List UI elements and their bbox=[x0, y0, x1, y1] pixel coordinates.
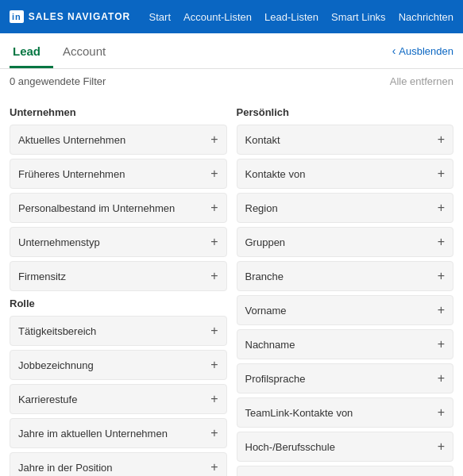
filter-item-label: Karrierestufe bbox=[18, 393, 77, 405]
filter-item[interactable]: Nachname+ bbox=[237, 329, 454, 359]
plus-icon: + bbox=[210, 358, 218, 372]
filter-item[interactable]: Tätigkeitsbereich+ bbox=[10, 316, 227, 346]
nav-link-lead-listen[interactable]: Lead-Listen bbox=[264, 11, 318, 23]
filter-item-label: TeamLink-Kontakte von bbox=[245, 407, 353, 419]
filter-item-label: Tätigkeitsbereich bbox=[18, 325, 96, 337]
nav-link-start[interactable]: Start bbox=[149, 11, 171, 23]
plus-icon: + bbox=[210, 269, 218, 283]
plus-icon: + bbox=[210, 460, 218, 474]
brand-name: SALES NAVIGATOR bbox=[29, 11, 130, 22]
plus-icon: + bbox=[210, 235, 218, 249]
filter-item-label: Früheres Unternehmen bbox=[18, 168, 125, 180]
plus-icon: + bbox=[438, 269, 445, 283]
section-title-unternehmen: Unternehmen bbox=[10, 106, 227, 118]
plus-icon: + bbox=[210, 324, 218, 338]
filter-item[interactable]: Karrierestufe+ bbox=[10, 384, 227, 414]
filter-item[interactable]: Kontakte von+ bbox=[237, 159, 454, 189]
filter-item[interactable]: Unternehmenstyp+ bbox=[10, 227, 227, 257]
nav-links: StartAccount-ListenLead-ListenSmart Link… bbox=[149, 11, 453, 23]
filter-item[interactable]: Berufserfahrung+ bbox=[237, 466, 454, 476]
plus-icon: + bbox=[210, 392, 218, 406]
plus-icon: + bbox=[210, 426, 218, 440]
filter-item-label: Jahre im aktuellen Unternehmen bbox=[18, 428, 168, 440]
filter-item[interactable]: Aktuelles Unternehmen+ bbox=[10, 125, 227, 155]
filter-item[interactable]: Früheres Unternehmen+ bbox=[10, 159, 227, 189]
plus-icon: + bbox=[210, 132, 218, 147]
linkedin-logo: in bbox=[10, 10, 24, 23]
plus-icon: + bbox=[438, 167, 445, 181]
clear-all-button[interactable]: Alle entfernen bbox=[390, 75, 453, 87]
filter-item-label: Personalbestand im Unternehmen bbox=[18, 202, 175, 214]
plus-icon: + bbox=[438, 440, 445, 454]
filter-item-label: Hoch-/Berufsschule bbox=[245, 441, 335, 453]
left-column: UnternehmenAktuelles Unternehmen+Frühere… bbox=[10, 100, 237, 476]
plus-icon: + bbox=[438, 201, 445, 215]
section-title-rolle: Rolle bbox=[10, 298, 227, 309]
nav-link-account-listen[interactable]: Account-Listen bbox=[183, 11, 252, 23]
plus-icon: + bbox=[438, 405, 445, 420]
tab-bar: Lead Account ‹ Ausblenden bbox=[0, 33, 463, 69]
filter-item[interactable]: Gruppen+ bbox=[237, 227, 454, 257]
filter-item-label: Firmensitz bbox=[18, 271, 66, 282]
filter-item[interactable]: TeamLink-Kontakte von+ bbox=[237, 397, 454, 428]
brand: in SALES NAVIGATOR bbox=[10, 10, 130, 23]
nav-link-smart-links[interactable]: Smart Links bbox=[331, 11, 386, 23]
top-nav: in SALES NAVIGATOR StartAccount-ListenLe… bbox=[0, 0, 463, 33]
plus-icon: + bbox=[210, 167, 218, 181]
filter-item-label: Branche bbox=[245, 271, 284, 282]
filter-item-label: Aktuelles Unternehmen bbox=[18, 134, 125, 146]
filter-item-label: Vorname bbox=[245, 305, 287, 317]
filter-item[interactable]: Personalbestand im Unternehmen+ bbox=[10, 193, 227, 223]
main-content: UnternehmenAktuelles Unternehmen+Frühere… bbox=[0, 94, 463, 476]
hide-button[interactable]: ‹ Ausblenden bbox=[392, 44, 453, 57]
filter-count: 0 angewendete Filter bbox=[10, 75, 106, 87]
filter-item[interactable]: Jahre im aktuellen Unternehmen+ bbox=[10, 418, 227, 448]
filter-item-label: Jahre in der Position bbox=[18, 462, 113, 474]
filter-item-label: Unternehmenstyp bbox=[18, 236, 100, 248]
plus-icon: + bbox=[438, 371, 445, 386]
filter-item[interactable]: Jobbezeichnung+ bbox=[10, 350, 227, 380]
plus-icon: + bbox=[438, 235, 445, 249]
filter-item-label: Kontakte von bbox=[245, 168, 306, 180]
plus-icon: + bbox=[438, 132, 445, 147]
section-title-pers-nlich: Persönlich bbox=[237, 106, 454, 118]
tab-lead[interactable]: Lead bbox=[10, 33, 53, 68]
filter-item-label: Gruppen bbox=[245, 236, 286, 248]
chevron-left-icon: ‹ bbox=[392, 44, 396, 57]
filter-item[interactable]: Profilsprache+ bbox=[237, 363, 454, 393]
hide-label: Ausblenden bbox=[399, 45, 453, 57]
filter-bar: 0 angewendete Filter Alle entfernen bbox=[0, 69, 463, 94]
filter-item[interactable]: Kontakt+ bbox=[237, 125, 454, 155]
plus-icon: + bbox=[210, 201, 218, 215]
plus-icon: + bbox=[438, 303, 445, 317]
filter-item[interactable]: Firmensitz+ bbox=[10, 261, 227, 291]
filter-item-label: Kontakt bbox=[245, 134, 280, 146]
filter-item[interactable]: Branche+ bbox=[237, 261, 454, 291]
right-column: PersönlichKontakt+Kontakte von+Region+Gr… bbox=[237, 100, 454, 476]
filter-item[interactable]: Hoch-/Berufsschule+ bbox=[237, 432, 454, 462]
nav-link-nachrichten[interactable]: Nachrichten bbox=[399, 11, 453, 23]
filter-item[interactable]: Region+ bbox=[237, 193, 454, 223]
tab-account[interactable]: Account bbox=[60, 33, 118, 68]
filter-item[interactable]: Jahre in der Position+ bbox=[10, 452, 227, 476]
plus-icon: + bbox=[438, 337, 445, 351]
filter-item-label: Nachname bbox=[245, 339, 295, 351]
filter-item[interactable]: Vorname+ bbox=[237, 295, 454, 325]
filter-item-label: Region bbox=[245, 202, 278, 214]
filter-item-label: Profilsprache bbox=[245, 373, 306, 385]
filter-item-label: Jobbezeichnung bbox=[18, 359, 94, 371]
